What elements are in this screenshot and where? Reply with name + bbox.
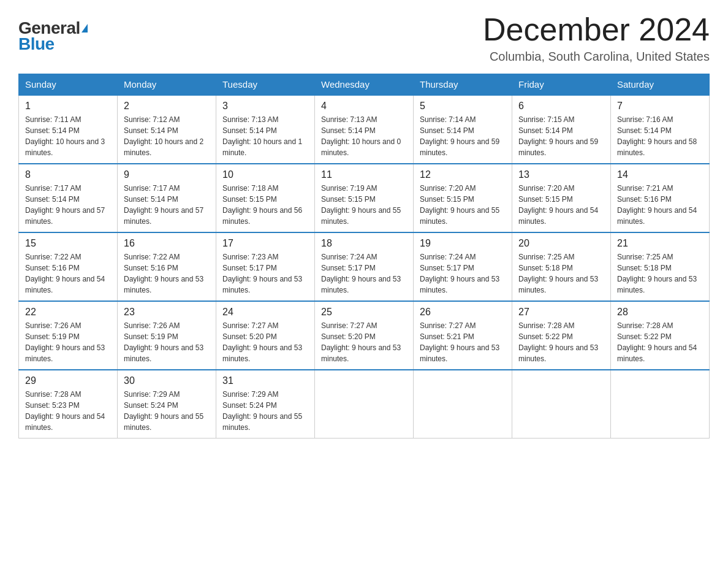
day-detail: Sunrise: 7:15 AMSunset: 5:14 PMDaylight:… (518, 114, 604, 158)
calendar-cell: 8Sunrise: 7:17 AMSunset: 5:14 PMDaylight… (19, 164, 118, 232)
calendar-cell: 4Sunrise: 7:13 AMSunset: 5:14 PMDaylight… (315, 95, 414, 164)
day-number: 3 (222, 101, 308, 112)
day-number: 16 (124, 238, 210, 249)
day-detail: Sunrise: 7:27 AMSunset: 5:20 PMDaylight:… (222, 320, 308, 364)
calendar-cell: 22Sunrise: 7:26 AMSunset: 5:19 PMDayligh… (19, 301, 118, 370)
day-number: 21 (617, 238, 703, 249)
day-number: 2 (124, 101, 210, 112)
day-detail: Sunrise: 7:12 AMSunset: 5:14 PMDaylight:… (124, 114, 210, 158)
day-number: 12 (420, 169, 506, 180)
day-number: 20 (518, 238, 604, 249)
calendar-cell: 19Sunrise: 7:24 AMSunset: 5:17 PMDayligh… (414, 232, 512, 301)
day-number: 27 (518, 307, 604, 318)
day-detail: Sunrise: 7:20 AMSunset: 5:15 PMDaylight:… (518, 183, 604, 227)
calendar-cell: 16Sunrise: 7:22 AMSunset: 5:16 PMDayligh… (118, 232, 216, 301)
day-detail: Sunrise: 7:28 AMSunset: 5:23 PMDaylight:… (25, 389, 111, 433)
page-header: General Blue December 2024 Columbia, Sou… (18, 12, 710, 64)
calendar-table: SundayMondayTuesdayWednesdayThursdayFrid… (18, 74, 710, 439)
day-number: 26 (420, 307, 506, 318)
day-detail: Sunrise: 7:22 AMSunset: 5:16 PMDaylight:… (25, 251, 111, 296)
day-detail: Sunrise: 7:16 AMSunset: 5:14 PMDaylight:… (617, 114, 703, 158)
calendar-cell: 7Sunrise: 7:16 AMSunset: 5:14 PMDaylight… (611, 95, 710, 164)
day-detail: Sunrise: 7:18 AMSunset: 5:15 PMDaylight:… (222, 183, 308, 227)
calendar-cell (512, 370, 611, 439)
day-number: 31 (222, 375, 308, 386)
day-number: 24 (222, 307, 308, 318)
title-area: December 2024 Columbia, South Carolina, … (483, 12, 710, 64)
day-number: 18 (321, 238, 407, 249)
calendar-cell (315, 370, 414, 439)
day-number: 1 (25, 101, 111, 112)
day-number: 25 (321, 307, 407, 318)
day-number: 11 (321, 169, 407, 180)
day-detail: Sunrise: 7:29 AMSunset: 5:24 PMDaylight:… (124, 389, 210, 433)
day-detail: Sunrise: 7:27 AMSunset: 5:21 PMDaylight:… (420, 320, 506, 364)
day-number: 8 (25, 169, 111, 180)
day-detail: Sunrise: 7:13 AMSunset: 5:14 PMDaylight:… (321, 114, 407, 158)
calendar-cell: 5Sunrise: 7:14 AMSunset: 5:14 PMDaylight… (414, 95, 512, 164)
day-detail: Sunrise: 7:29 AMSunset: 5:24 PMDaylight:… (222, 389, 308, 433)
header-saturday: Saturday (611, 74, 710, 96)
header-monday: Monday (118, 74, 216, 96)
calendar-cell: 24Sunrise: 7:27 AMSunset: 5:20 PMDayligh… (216, 301, 315, 370)
day-detail: Sunrise: 7:13 AMSunset: 5:14 PMDaylight:… (222, 114, 308, 158)
calendar-title: December 2024 (483, 12, 710, 47)
logo-blue: Blue (18, 34, 55, 54)
calendar-cell: 3Sunrise: 7:13 AMSunset: 5:14 PMDaylight… (216, 95, 315, 164)
calendar-cell (611, 370, 710, 439)
calendar-cell: 15Sunrise: 7:22 AMSunset: 5:16 PMDayligh… (19, 232, 118, 301)
day-number: 6 (518, 101, 604, 112)
header-thursday: Thursday (414, 74, 512, 96)
calendar-cell: 14Sunrise: 7:21 AMSunset: 5:16 PMDayligh… (611, 164, 710, 232)
day-detail: Sunrise: 7:17 AMSunset: 5:14 PMDaylight:… (25, 183, 111, 227)
day-detail: Sunrise: 7:24 AMSunset: 5:17 PMDaylight:… (321, 251, 407, 296)
calendar-cell (414, 370, 512, 439)
calendar-cell: 30Sunrise: 7:29 AMSunset: 5:24 PMDayligh… (118, 370, 216, 439)
day-number: 13 (518, 169, 604, 180)
calendar-cell: 9Sunrise: 7:17 AMSunset: 5:14 PMDaylight… (118, 164, 216, 232)
day-detail: Sunrise: 7:26 AMSunset: 5:19 PMDaylight:… (25, 320, 111, 364)
day-detail: Sunrise: 7:24 AMSunset: 5:17 PMDaylight:… (420, 251, 506, 296)
day-detail: Sunrise: 7:25 AMSunset: 5:18 PMDaylight:… (617, 251, 703, 296)
logo-triangle-icon (82, 24, 88, 33)
header-wednesday: Wednesday (315, 74, 414, 96)
day-number: 9 (124, 169, 210, 180)
day-number: 23 (124, 307, 210, 318)
day-detail: Sunrise: 7:20 AMSunset: 5:15 PMDaylight:… (420, 183, 506, 227)
calendar-cell: 25Sunrise: 7:27 AMSunset: 5:20 PMDayligh… (315, 301, 414, 370)
logo: General Blue (18, 18, 88, 54)
calendar-cell: 31Sunrise: 7:29 AMSunset: 5:24 PMDayligh… (216, 370, 315, 439)
day-number: 15 (25, 238, 111, 249)
calendar-cell: 26Sunrise: 7:27 AMSunset: 5:21 PMDayligh… (414, 301, 512, 370)
day-number: 4 (321, 101, 407, 112)
day-detail: Sunrise: 7:23 AMSunset: 5:17 PMDaylight:… (222, 251, 308, 296)
day-number: 30 (124, 375, 210, 386)
day-number: 17 (222, 238, 308, 249)
day-detail: Sunrise: 7:22 AMSunset: 5:16 PMDaylight:… (124, 251, 210, 296)
day-number: 19 (420, 238, 506, 249)
day-number: 29 (25, 375, 111, 386)
calendar-subtitle: Columbia, South Carolina, United States (483, 50, 710, 64)
day-detail: Sunrise: 7:21 AMSunset: 5:16 PMDaylight:… (617, 183, 703, 227)
calendar-cell: 23Sunrise: 7:26 AMSunset: 5:19 PMDayligh… (118, 301, 216, 370)
day-number: 7 (617, 101, 703, 112)
calendar-cell: 27Sunrise: 7:28 AMSunset: 5:22 PMDayligh… (512, 301, 611, 370)
day-detail: Sunrise: 7:19 AMSunset: 5:15 PMDaylight:… (321, 183, 407, 227)
calendar-week-row: 15Sunrise: 7:22 AMSunset: 5:16 PMDayligh… (19, 232, 710, 301)
calendar-cell: 10Sunrise: 7:18 AMSunset: 5:15 PMDayligh… (216, 164, 315, 232)
calendar-cell: 6Sunrise: 7:15 AMSunset: 5:14 PMDaylight… (512, 95, 611, 164)
day-number: 28 (617, 307, 703, 318)
calendar-week-row: 29Sunrise: 7:28 AMSunset: 5:23 PMDayligh… (19, 370, 710, 439)
calendar-header-row: SundayMondayTuesdayWednesdayThursdayFrid… (19, 74, 710, 96)
day-number: 5 (420, 101, 506, 112)
day-number: 10 (222, 169, 308, 180)
calendar-cell: 29Sunrise: 7:28 AMSunset: 5:23 PMDayligh… (19, 370, 118, 439)
calendar-cell: 1Sunrise: 7:11 AMSunset: 5:14 PMDaylight… (19, 95, 118, 164)
day-detail: Sunrise: 7:27 AMSunset: 5:20 PMDaylight:… (321, 320, 407, 364)
calendar-cell: 18Sunrise: 7:24 AMSunset: 5:17 PMDayligh… (315, 232, 414, 301)
calendar-week-row: 8Sunrise: 7:17 AMSunset: 5:14 PMDaylight… (19, 164, 710, 232)
day-number: 22 (25, 307, 111, 318)
calendar-cell: 11Sunrise: 7:19 AMSunset: 5:15 PMDayligh… (315, 164, 414, 232)
calendar-cell: 13Sunrise: 7:20 AMSunset: 5:15 PMDayligh… (512, 164, 611, 232)
calendar-week-row: 22Sunrise: 7:26 AMSunset: 5:19 PMDayligh… (19, 301, 710, 370)
